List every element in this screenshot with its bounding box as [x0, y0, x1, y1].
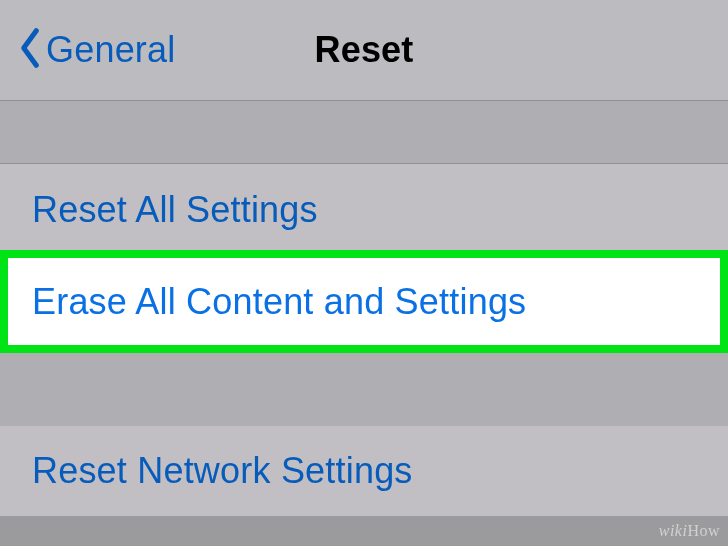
back-button[interactable]: General [18, 26, 175, 74]
nav-header: General Reset [0, 0, 728, 100]
section-spacer [0, 348, 728, 426]
cell-label: Reset Network Settings [32, 450, 413, 492]
watermark: wikiHow [659, 522, 720, 540]
section-spacer [0, 100, 728, 164]
chevron-left-icon [18, 26, 42, 74]
cell-label: Reset All Settings [32, 189, 318, 231]
reset-all-settings-cell[interactable]: Reset All Settings [0, 164, 728, 256]
page-title: Reset [314, 29, 413, 71]
cell-label: Erase All Content and Settings [32, 281, 526, 323]
reset-network-settings-cell[interactable]: Reset Network Settings [0, 426, 728, 516]
erase-all-content-cell[interactable]: Erase All Content and Settings [0, 256, 728, 348]
back-label: General [46, 29, 175, 71]
